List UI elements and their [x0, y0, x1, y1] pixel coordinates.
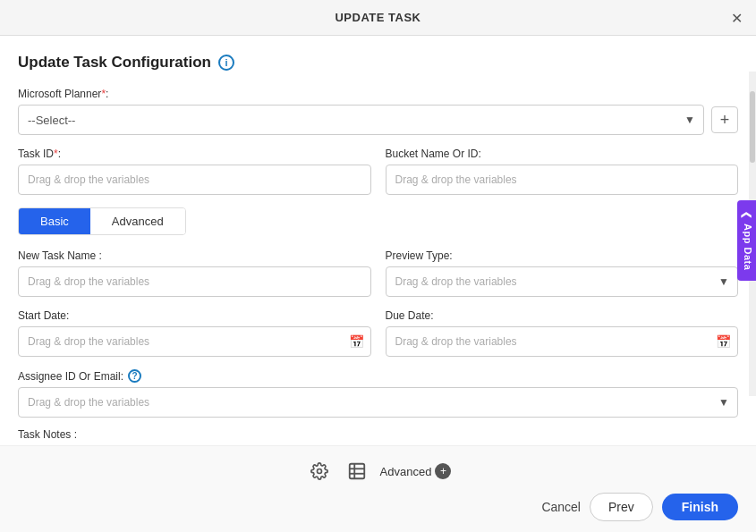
- prev-button[interactable]: Prev: [590, 493, 653, 521]
- microsoft-planner-row: --Select-- ▼ +: [18, 105, 738, 135]
- start-date-label: Start Date:: [18, 309, 371, 322]
- task-notes-field: Task Notes :: [18, 428, 738, 445]
- settings-icon[interactable]: [305, 457, 334, 486]
- start-date-input-wrapper: 📅: [18, 326, 371, 357]
- task-id-input[interactable]: [18, 165, 371, 195]
- assignee-select-wrapper: Drag & drop the variables ▼: [18, 387, 738, 418]
- basic-section: New Task Name : Preview Type: Drag & dro…: [18, 249, 738, 445]
- table-icon[interactable]: [343, 457, 371, 486]
- footer-tools: Advanced +: [18, 457, 738, 486]
- task-id-label: Task ID*:: [18, 148, 371, 160]
- dates-row: Start Date: 📅 Due Date: 📅: [18, 309, 738, 357]
- microsoft-planner-select-wrapper: --Select-- ▼: [18, 105, 704, 135]
- microsoft-planner-select[interactable]: --Select--: [18, 105, 704, 135]
- calendar-icon[interactable]: 📅: [349, 334, 364, 349]
- task-notes-label: Task Notes :: [18, 428, 738, 441]
- add-planner-button[interactable]: +: [711, 106, 738, 133]
- new-task-name-input[interactable]: [18, 266, 371, 297]
- modal-footer: Advanced + Cancel Prev Finish: [0, 445, 756, 532]
- close-button[interactable]: ✕: [731, 9, 743, 26]
- tab-advanced[interactable]: Advanced: [90, 208, 185, 234]
- modal-header: UPDATE TASK ✕: [0, 0, 756, 36]
- finish-button[interactable]: Finish: [662, 494, 738, 520]
- microsoft-planner-label: Microsoft Planner*:: [18, 88, 738, 100]
- info-icon[interactable]: i: [218, 55, 234, 71]
- new-task-name-field: New Task Name :: [18, 249, 371, 297]
- config-title-text: Update Task Configuration: [18, 54, 211, 72]
- due-date-input-wrapper: 📅: [386, 326, 739, 357]
- new-task-name-label: New Task Name :: [18, 249, 371, 262]
- cancel-button[interactable]: Cancel: [541, 500, 581, 514]
- svg-point-0: [317, 469, 321, 474]
- bucket-name-field: Bucket Name Or ID:: [386, 148, 739, 195]
- scrollbar-thumb: [750, 91, 755, 163]
- preview-type-select-wrapper: Drag & drop the variables ▼: [386, 266, 739, 297]
- due-date-field: Due Date: 📅: [386, 309, 739, 357]
- microsoft-planner-field: Microsoft Planner*: --Select-- ▼ +: [18, 88, 738, 135]
- assignee-field: Assignee ID Or Email: ? Drag & drop the …: [18, 369, 738, 418]
- bucket-name-input[interactable]: [386, 165, 739, 195]
- start-date-input[interactable]: [18, 326, 371, 357]
- app-data-tab[interactable]: ❮ App Data: [737, 200, 756, 281]
- due-date-label: Due Date:: [386, 309, 739, 322]
- svg-rect-1: [349, 464, 364, 479]
- advanced-button[interactable]: Advanced +: [380, 463, 452, 479]
- bucket-name-label: Bucket Name Or ID:: [386, 148, 739, 160]
- modal: UPDATE TASK ✕ ❮ App Data Update Task Con…: [0, 0, 756, 532]
- app-data-chevron-icon: ❮: [742, 211, 753, 220]
- modal-body: ❮ App Data Update Task Configuration i M…: [0, 36, 756, 445]
- modal-overlay: UPDATE TASK ✕ ❮ App Data Update Task Con…: [0, 0, 756, 532]
- assignee-info-icon[interactable]: ?: [128, 369, 141, 383]
- modal-title: UPDATE TASK: [335, 11, 420, 24]
- start-date-field: Start Date: 📅: [18, 309, 371, 357]
- task-id-field: Task ID*:: [18, 148, 371, 195]
- preview-type-select[interactable]: Drag & drop the variables: [386, 266, 739, 297]
- advanced-label: Advanced: [380, 465, 432, 478]
- footer-actions: Cancel Prev Finish: [18, 493, 738, 521]
- tab-basic[interactable]: Basic: [19, 208, 90, 234]
- due-date-input[interactable]: [386, 326, 739, 357]
- app-data-label: App Data: [743, 224, 753, 270]
- assignee-select[interactable]: Drag & drop the variables: [18, 387, 738, 418]
- config-title-row: Update Task Configuration i: [18, 54, 738, 72]
- preview-type-label: Preview Type:: [386, 249, 739, 262]
- due-calendar-icon[interactable]: 📅: [716, 334, 731, 349]
- task-name-preview-row: New Task Name : Preview Type: Drag & dro…: [18, 249, 738, 297]
- preview-type-field: Preview Type: Drag & drop the variables …: [386, 249, 739, 297]
- task-bucket-row: Task ID*: Bucket Name Or ID:: [18, 148, 738, 195]
- advanced-plus-icon: +: [435, 463, 451, 479]
- assignee-label: Assignee ID Or Email: ?: [18, 369, 738, 383]
- tabs-row: Basic Advanced: [18, 207, 186, 235]
